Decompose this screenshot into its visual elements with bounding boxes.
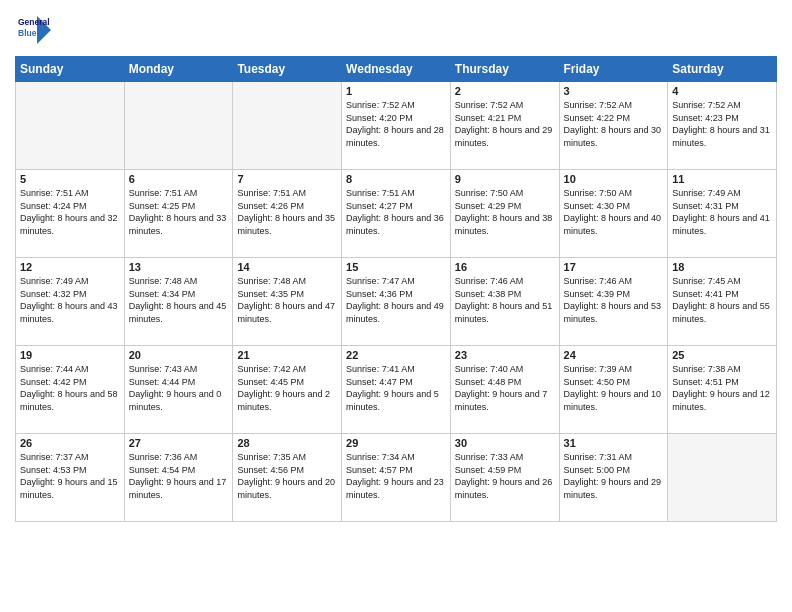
day-number: 6: [129, 173, 229, 185]
weekday-header: Tuesday: [233, 57, 342, 82]
day-number: 8: [346, 173, 446, 185]
svg-text:General: General: [18, 17, 50, 27]
day-info: Sunrise: 7:46 AMSunset: 4:38 PMDaylight:…: [455, 275, 555, 325]
day-number: 28: [237, 437, 337, 449]
day-info: Sunrise: 7:51 AMSunset: 4:27 PMDaylight:…: [346, 187, 446, 237]
day-number: 27: [129, 437, 229, 449]
day-number: 18: [672, 261, 772, 273]
calendar-cell: 31Sunrise: 7:31 AMSunset: 5:00 PMDayligh…: [559, 434, 668, 522]
day-info: Sunrise: 7:47 AMSunset: 4:36 PMDaylight:…: [346, 275, 446, 325]
day-info: Sunrise: 7:35 AMSunset: 4:56 PMDaylight:…: [237, 451, 337, 501]
day-info: Sunrise: 7:44 AMSunset: 4:42 PMDaylight:…: [20, 363, 120, 413]
day-number: 17: [564, 261, 664, 273]
day-info: Sunrise: 7:39 AMSunset: 4:50 PMDaylight:…: [564, 363, 664, 413]
day-number: 22: [346, 349, 446, 361]
day-info: Sunrise: 7:51 AMSunset: 4:24 PMDaylight:…: [20, 187, 120, 237]
day-info: Sunrise: 7:38 AMSunset: 4:51 PMDaylight:…: [672, 363, 772, 413]
day-number: 20: [129, 349, 229, 361]
calendar-week-row: 1Sunrise: 7:52 AMSunset: 4:20 PMDaylight…: [16, 82, 777, 170]
day-number: 26: [20, 437, 120, 449]
weekday-header: Sunday: [16, 57, 125, 82]
calendar-cell: 30Sunrise: 7:33 AMSunset: 4:59 PMDayligh…: [450, 434, 559, 522]
weekday-header: Wednesday: [342, 57, 451, 82]
day-number: 21: [237, 349, 337, 361]
calendar-cell: 23Sunrise: 7:40 AMSunset: 4:48 PMDayligh…: [450, 346, 559, 434]
calendar-week-row: 5Sunrise: 7:51 AMSunset: 4:24 PMDaylight…: [16, 170, 777, 258]
calendar-cell: 13Sunrise: 7:48 AMSunset: 4:34 PMDayligh…: [124, 258, 233, 346]
page-header: General Blue: [15, 10, 777, 48]
calendar-cell: [16, 82, 125, 170]
calendar-cell: 1Sunrise: 7:52 AMSunset: 4:20 PMDaylight…: [342, 82, 451, 170]
day-number: 16: [455, 261, 555, 273]
calendar-cell: 29Sunrise: 7:34 AMSunset: 4:57 PMDayligh…: [342, 434, 451, 522]
calendar-cell: 12Sunrise: 7:49 AMSunset: 4:32 PMDayligh…: [16, 258, 125, 346]
calendar-cell: 9Sunrise: 7:50 AMSunset: 4:29 PMDaylight…: [450, 170, 559, 258]
day-info: Sunrise: 7:52 AMSunset: 4:20 PMDaylight:…: [346, 99, 446, 149]
calendar-cell: 11Sunrise: 7:49 AMSunset: 4:31 PMDayligh…: [668, 170, 777, 258]
page-container: General Blue SundayMondayTuesdayWednesda…: [0, 0, 792, 532]
calendar-cell: 3Sunrise: 7:52 AMSunset: 4:22 PMDaylight…: [559, 82, 668, 170]
day-info: Sunrise: 7:43 AMSunset: 4:44 PMDaylight:…: [129, 363, 229, 413]
calendar-cell: 4Sunrise: 7:52 AMSunset: 4:23 PMDaylight…: [668, 82, 777, 170]
calendar-cell: 6Sunrise: 7:51 AMSunset: 4:25 PMDaylight…: [124, 170, 233, 258]
day-info: Sunrise: 7:34 AMSunset: 4:57 PMDaylight:…: [346, 451, 446, 501]
day-number: 29: [346, 437, 446, 449]
calendar-cell: 26Sunrise: 7:37 AMSunset: 4:53 PMDayligh…: [16, 434, 125, 522]
day-number: 3: [564, 85, 664, 97]
weekday-header: Monday: [124, 57, 233, 82]
calendar-cell: 20Sunrise: 7:43 AMSunset: 4:44 PMDayligh…: [124, 346, 233, 434]
calendar-cell: 5Sunrise: 7:51 AMSunset: 4:24 PMDaylight…: [16, 170, 125, 258]
day-number: 7: [237, 173, 337, 185]
day-number: 2: [455, 85, 555, 97]
calendar-cell: 10Sunrise: 7:50 AMSunset: 4:30 PMDayligh…: [559, 170, 668, 258]
day-number: 25: [672, 349, 772, 361]
day-number: 31: [564, 437, 664, 449]
day-number: 23: [455, 349, 555, 361]
day-number: 1: [346, 85, 446, 97]
day-info: Sunrise: 7:45 AMSunset: 4:41 PMDaylight:…: [672, 275, 772, 325]
day-number: 19: [20, 349, 120, 361]
day-info: Sunrise: 7:52 AMSunset: 4:21 PMDaylight:…: [455, 99, 555, 149]
day-info: Sunrise: 7:48 AMSunset: 4:34 PMDaylight:…: [129, 275, 229, 325]
logo: General Blue: [15, 10, 57, 48]
calendar-cell: [668, 434, 777, 522]
day-info: Sunrise: 7:51 AMSunset: 4:26 PMDaylight:…: [237, 187, 337, 237]
day-info: Sunrise: 7:49 AMSunset: 4:31 PMDaylight:…: [672, 187, 772, 237]
day-number: 4: [672, 85, 772, 97]
day-info: Sunrise: 7:46 AMSunset: 4:39 PMDaylight:…: [564, 275, 664, 325]
calendar-cell: 8Sunrise: 7:51 AMSunset: 4:27 PMDaylight…: [342, 170, 451, 258]
calendar-week-row: 26Sunrise: 7:37 AMSunset: 4:53 PMDayligh…: [16, 434, 777, 522]
day-number: 14: [237, 261, 337, 273]
day-info: Sunrise: 7:48 AMSunset: 4:35 PMDaylight:…: [237, 275, 337, 325]
weekday-header: Friday: [559, 57, 668, 82]
day-info: Sunrise: 7:33 AMSunset: 4:59 PMDaylight:…: [455, 451, 555, 501]
day-info: Sunrise: 7:37 AMSunset: 4:53 PMDaylight:…: [20, 451, 120, 501]
day-info: Sunrise: 7:36 AMSunset: 4:54 PMDaylight:…: [129, 451, 229, 501]
day-info: Sunrise: 7:51 AMSunset: 4:25 PMDaylight:…: [129, 187, 229, 237]
calendar-header-row: SundayMondayTuesdayWednesdayThursdayFrid…: [16, 57, 777, 82]
weekday-header: Thursday: [450, 57, 559, 82]
day-number: 15: [346, 261, 446, 273]
calendar-cell: 22Sunrise: 7:41 AMSunset: 4:47 PMDayligh…: [342, 346, 451, 434]
weekday-header: Saturday: [668, 57, 777, 82]
svg-text:Blue: Blue: [18, 28, 37, 38]
calendar-cell: 25Sunrise: 7:38 AMSunset: 4:51 PMDayligh…: [668, 346, 777, 434]
day-info: Sunrise: 7:40 AMSunset: 4:48 PMDaylight:…: [455, 363, 555, 413]
calendar-cell: [124, 82, 233, 170]
calendar-week-row: 19Sunrise: 7:44 AMSunset: 4:42 PMDayligh…: [16, 346, 777, 434]
day-number: 9: [455, 173, 555, 185]
calendar-cell: 15Sunrise: 7:47 AMSunset: 4:36 PMDayligh…: [342, 258, 451, 346]
calendar-cell: [233, 82, 342, 170]
day-info: Sunrise: 7:52 AMSunset: 4:23 PMDaylight:…: [672, 99, 772, 149]
day-info: Sunrise: 7:42 AMSunset: 4:45 PMDaylight:…: [237, 363, 337, 413]
day-number: 10: [564, 173, 664, 185]
calendar-cell: 2Sunrise: 7:52 AMSunset: 4:21 PMDaylight…: [450, 82, 559, 170]
day-number: 30: [455, 437, 555, 449]
calendar-cell: 24Sunrise: 7:39 AMSunset: 4:50 PMDayligh…: [559, 346, 668, 434]
day-info: Sunrise: 7:31 AMSunset: 5:00 PMDaylight:…: [564, 451, 664, 501]
day-number: 13: [129, 261, 229, 273]
logo-icon: General Blue: [15, 10, 53, 48]
calendar-cell: 18Sunrise: 7:45 AMSunset: 4:41 PMDayligh…: [668, 258, 777, 346]
day-number: 12: [20, 261, 120, 273]
calendar-cell: 7Sunrise: 7:51 AMSunset: 4:26 PMDaylight…: [233, 170, 342, 258]
